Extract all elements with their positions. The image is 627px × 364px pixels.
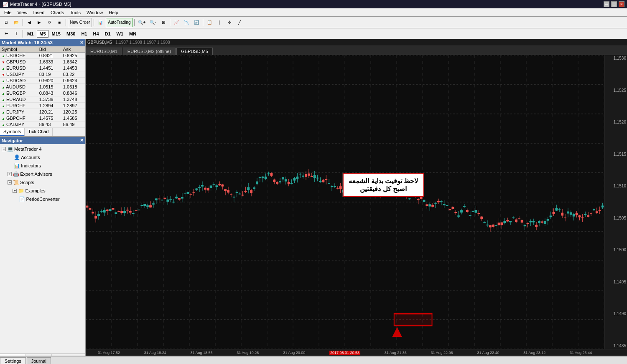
refresh-button[interactable]: ↺ [45, 18, 54, 27]
tree-icon: 👤 [13, 154, 20, 161]
mw-symbol: ▲ EURCHF [0, 103, 38, 109]
new-button[interactable]: 🗋 [2, 18, 11, 27]
period-sep-button[interactable]: | [215, 18, 224, 27]
chart-tab-gbpusd-m5[interactable]: GBPUSD,M5 [176, 48, 213, 55]
svg-rect-111 [198, 187, 201, 188]
tf-m1[interactable]: M1 [25, 30, 36, 38]
tree-item-indicators[interactable]: 📊Indicators [0, 162, 85, 170]
tf-m5[interactable]: M5 [37, 30, 48, 38]
menu-charts[interactable]: Charts [48, 9, 66, 16]
tree-item-periodconverter[interactable]: 📄PeriodConverter [0, 195, 85, 203]
expand-icon[interactable]: + [8, 172, 12, 176]
market-watch-row[interactable]: ▲ AUDUSD1.05151.0518 [0, 84, 85, 90]
tf-h4[interactable]: H4 [90, 30, 101, 38]
market-watch-row[interactable]: ▲ GBPCHF1.45751.4585 [0, 115, 85, 121]
mw-close-icon[interactable]: ✕ [80, 40, 84, 46]
market-watch-row[interactable]: ▼ GBPUSD1.63391.6342 [0, 59, 85, 65]
market-watch-row[interactable]: ▲ EURCHF1.28941.2897 [0, 103, 85, 109]
expand-icon[interactable]: − [2, 147, 6, 151]
properties-button[interactable]: ⊞ [159, 18, 168, 27]
market-watch-row[interactable]: ▲ CADJPY86.4386.49 [0, 121, 85, 128]
menu-tools[interactable]: Tools [67, 9, 83, 16]
menu-help[interactable]: Help [106, 9, 121, 16]
open-button[interactable]: 📂 [12, 18, 21, 27]
svg-rect-329 [512, 217, 515, 218]
close-button[interactable]: ✕ [619, 1, 624, 7]
window-controls[interactable]: ─ □ ✕ [604, 1, 624, 7]
direction-icon: ▲ [2, 79, 5, 83]
tree-item-expert-advisors[interactable]: +🤖Expert Advisors [0, 170, 85, 178]
svg-rect-95 [175, 197, 178, 198]
svg-rect-163 [273, 179, 275, 182]
tree-item-scripts[interactable]: −📜Scripts [0, 178, 85, 187]
main-content: Market Watch: 16:24:53 ✕ Symbol Bid Ask … [0, 39, 627, 356]
tf-m30[interactable]: M30 [64, 30, 78, 38]
minimize-button[interactable]: ─ [604, 1, 609, 7]
new-order-button[interactable]: New Order [68, 18, 92, 27]
tf-h1[interactable]: H1 [79, 30, 89, 38]
mw-tab-symbols[interactable]: Symbols [0, 128, 25, 136]
tf-w1[interactable]: W1 [114, 30, 126, 38]
auto-trading-button[interactable]: AutoTrading [106, 18, 133, 27]
tester-tab-journal[interactable]: Journal [27, 357, 51, 364]
price-tick: 1.1515 [605, 152, 626, 157]
market-watch-row[interactable]: ▲ EURAUD1.37361.3748 [0, 96, 85, 103]
svg-rect-81 [155, 198, 158, 200]
svg-rect-177 [293, 178, 296, 180]
price-tick: 1.1505 [605, 216, 626, 220]
draw-text-button[interactable]: T [12, 29, 21, 38]
market-watch-row[interactable]: ▲ EURJPY120.21120.25 [0, 109, 85, 115]
indicator2-button[interactable]: 📉 [182, 18, 191, 27]
indicator1-button[interactable]: 📈 [172, 18, 181, 27]
expand-icon[interactable]: + [13, 189, 17, 193]
chart-container[interactable]: 1.15301.15251.15201.15151.15101.15051.15… [86, 55, 627, 349]
forward-button[interactable]: ▶ [35, 18, 44, 27]
svg-rect-277 [437, 201, 440, 202]
maximize-button[interactable]: □ [611, 1, 617, 7]
indicator3-button[interactable]: 🔄 [192, 18, 201, 27]
tree-item-examples[interactable]: +📁Examples [0, 187, 85, 195]
chart-tab-eurusd-m1[interactable]: EURUSD,M1 [86, 48, 122, 55]
back-button[interactable]: ◀ [25, 18, 34, 27]
tf-d1[interactable]: D1 [102, 30, 113, 38]
menu-insert[interactable]: Insert [31, 9, 47, 16]
chart-tab-eurusd-m2[interactable]: EURUSD,M2 (offline) [123, 48, 176, 55]
expand-icon[interactable]: − [8, 180, 12, 185]
menu-view[interactable]: View [15, 9, 30, 16]
nav-close-icon[interactable]: ✕ [80, 138, 84, 143]
market-watch-row[interactable]: ▲ EURUSD1.44511.4453 [0, 65, 85, 71]
tf-mn[interactable]: MN [127, 30, 139, 38]
draw-line-button[interactable]: ⊢ [2, 29, 11, 38]
toolbar-timeframes: ⊢ T M1 M5 M15 M30 H1 H4 D1 W1 MN [0, 28, 627, 39]
market-watch-row[interactable]: ▲ USDCHF0.89210.8925 [0, 53, 85, 59]
svg-rect-335 [521, 220, 523, 222]
tf-m15[interactable]: M15 [49, 30, 63, 38]
toolbar-sep2 [66, 19, 66, 26]
tree-item-metatrader-4[interactable]: −💻MetaTrader 4 [0, 145, 85, 153]
chart-button[interactable]: 📊 [96, 18, 105, 27]
zoom-in-button[interactable]: 🔍+ [136, 18, 147, 27]
mw-bid: 1.3736 [38, 96, 61, 103]
direction-icon: ▲ [2, 117, 5, 121]
zoom-out-button[interactable]: 🔍- [148, 18, 158, 27]
template-button[interactable]: 📋 [205, 18, 214, 27]
svg-rect-207 [336, 188, 339, 189]
menu-window[interactable]: Window [84, 9, 105, 16]
mw-tab-tick[interactable]: Tick Chart [25, 128, 53, 136]
menu-bar: File View Insert Charts Tools Window Hel… [0, 8, 627, 17]
mw-ask: 83.22 [61, 71, 85, 78]
direction-icon: ▼ [2, 73, 5, 77]
svg-rect-333 [518, 218, 520, 219]
direction-icon: ▲ [2, 92, 5, 96]
menu-file[interactable]: File [2, 9, 14, 16]
line-button[interactable]: ╱ [235, 18, 244, 27]
market-watch-row[interactable]: ▲ EURGBP0.88430.8846 [0, 90, 85, 96]
tree-item-accounts[interactable]: 👤Accounts [0, 153, 85, 162]
stop-button[interactable]: ■ [55, 18, 64, 27]
tester-tab-settings[interactable]: Settings [0, 357, 26, 364]
crosshair-button[interactable]: ✛ [225, 18, 234, 27]
svg-rect-105 [190, 194, 192, 195]
svg-rect-321 [501, 222, 503, 225]
market-watch-row[interactable]: ▼ USDJPY83.1983.22 [0, 71, 85, 78]
market-watch-row[interactable]: ▲ USDCAD0.96200.9624 [0, 78, 85, 84]
